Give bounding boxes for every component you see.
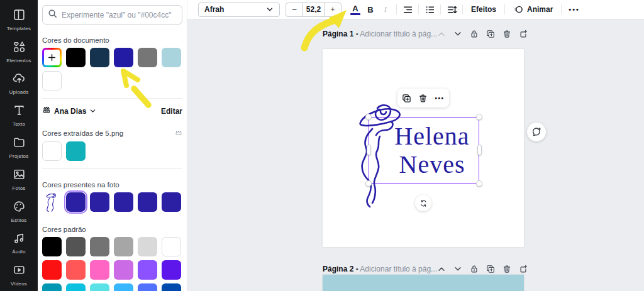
color-swatch[interactable]: [90, 237, 109, 256]
text-align-button[interactable]: [400, 2, 415, 17]
color-swatch[interactable]: [42, 141, 62, 161]
color-swatch[interactable]: [66, 192, 86, 212]
color-swatch[interactable]: [138, 283, 157, 291]
color-swatch[interactable]: [66, 237, 86, 256]
canva-editor: Templates Elementos Uploads Texto Projet…: [0, 0, 644, 291]
color-swatch[interactable]: [162, 237, 181, 256]
color-swatch[interactable]: [42, 237, 62, 256]
delete-element-icon[interactable]: [418, 94, 428, 103]
move-page-down-icon[interactable]: [453, 265, 462, 273]
logo-text[interactable]: Helena Neves: [380, 122, 484, 178]
page1-title[interactable]: Página 1 - Adicionar título à pág...: [323, 30, 437, 38]
color-search[interactable]: [42, 5, 182, 25]
sidebar-item-templates[interactable]: Templates: [0, 4, 38, 36]
page2-title[interactable]: Página 2 - Adicionar título à pág...: [323, 265, 437, 273]
divider: [418, 4, 419, 14]
bullet-list-button[interactable]: [422, 2, 437, 17]
sidebar-item-elementos[interactable]: Elementos: [0, 36, 38, 68]
line-spacing-button[interactable]: [444, 2, 459, 17]
color-swatch[interactable]: [138, 48, 157, 67]
font-size-increase-button[interactable]: +: [325, 3, 341, 16]
color-swatch[interactable]: [66, 141, 86, 161]
lock-icon[interactable]: [470, 265, 479, 273]
font-size-value[interactable]: 52,2: [303, 3, 325, 16]
sidebar-item-projetos[interactable]: Projetos: [0, 131, 38, 163]
color-swatch[interactable]: [114, 192, 133, 212]
lock-icon[interactable]: [470, 30, 479, 38]
move-page-up-icon[interactable]: [437, 265, 446, 273]
sidebar-item-uploads[interactable]: Uploads: [0, 68, 38, 100]
photo-figure-thumbnail[interactable]: [42, 192, 62, 212]
duplicate-page-icon[interactable]: [486, 265, 495, 273]
add-page-icon[interactable]: [519, 30, 528, 38]
folder-icon: [13, 136, 26, 151]
resize-handle-top-right[interactable]: [476, 114, 482, 120]
color-swatch[interactable]: [162, 192, 181, 212]
color-swatch[interactable]: [114, 260, 133, 280]
comment-plus-icon: [531, 127, 541, 137]
animate-button[interactable]: Animar: [508, 4, 558, 14]
sidebar-item-texto[interactable]: Texto: [0, 99, 38, 131]
text-color-button[interactable]: A: [348, 2, 363, 17]
color-swatch[interactable]: [66, 283, 86, 291]
add-color-button[interactable]: [42, 48, 62, 67]
color-swatch[interactable]: [42, 71, 62, 91]
font-family-select[interactable]: Afrah: [198, 3, 280, 17]
color-swatch[interactable]: [66, 260, 86, 280]
move-page-down-icon[interactable]: [453, 30, 462, 38]
sidebar-item-audio[interactable]: Áudio: [0, 227, 38, 259]
color-search-input[interactable]: [62, 11, 177, 19]
page2[interactable]: [323, 275, 524, 291]
resize-handle-right[interactable]: [477, 145, 482, 155]
brand-kit-icon: [42, 106, 51, 117]
color-swatch[interactable]: [114, 48, 133, 67]
delete-page-icon[interactable]: [502, 265, 511, 273]
add-page-icon[interactable]: [519, 265, 528, 273]
color-swatch[interactable]: [114, 237, 133, 256]
add-comment-button[interactable]: [527, 123, 546, 141]
bold-button[interactable]: B: [363, 2, 378, 17]
color-swatch[interactable]: [138, 192, 157, 212]
font-size-decrease-button[interactable]: –: [286, 3, 303, 16]
color-swatch[interactable]: [162, 48, 181, 67]
color-swatch[interactable]: [42, 283, 62, 291]
font-size-stepper: – 52,2 +: [286, 3, 341, 17]
move-page-up-icon[interactable]: [437, 30, 446, 38]
sidebar-item-fotos[interactable]: Fotos: [0, 163, 38, 195]
sidebar-item-estilos[interactable]: Estilos: [0, 195, 38, 228]
font-family-value: Afrah: [204, 5, 224, 14]
color-swatch[interactable]: [162, 283, 181, 291]
rotate-button[interactable]: [415, 195, 431, 211]
resize-handle-left[interactable]: [367, 145, 371, 155]
edit-brand-button[interactable]: Editar: [161, 107, 182, 116]
color-swatch[interactable]: [90, 283, 109, 291]
color-swatch[interactable]: [66, 48, 86, 67]
color-swatch[interactable]: [138, 237, 157, 256]
page2-header: Página 2 - Adicionar título à pág...: [323, 264, 524, 274]
italic-button[interactable]: I: [378, 2, 393, 17]
resize-handle-bottom-right[interactable]: [476, 180, 482, 187]
duplicate-page-icon[interactable]: [486, 30, 495, 38]
design-canvas: Página 1 - Adicionar título à pág... •••: [187, 19, 644, 291]
effects-button[interactable]: Efeitos: [466, 5, 501, 14]
resize-handle-top-left[interactable]: [365, 114, 372, 120]
crown-pro-icon: [175, 129, 182, 138]
sidebar-item-videos[interactable]: Vídeos: [0, 259, 38, 291]
default-colors-row2: [42, 260, 182, 280]
element-more-button[interactable]: •••: [435, 95, 444, 102]
color-swatch[interactable]: [42, 260, 62, 280]
color-swatch[interactable]: [90, 48, 109, 67]
color-swatch[interactable]: [138, 260, 157, 280]
color-swatch[interactable]: [114, 283, 133, 291]
line-spacing-icon: [447, 4, 457, 15]
color-swatch[interactable]: [90, 192, 109, 212]
delete-page-icon[interactable]: [502, 30, 511, 38]
section-title-extracted-colors: Cores extraídas de 5.png: [42, 129, 182, 138]
color-swatch[interactable]: [162, 260, 181, 280]
brand-kit-selector[interactable]: Ana Dias Editar: [42, 106, 182, 117]
more-options-button[interactable]: •••: [569, 6, 580, 13]
color-swatch[interactable]: [90, 260, 109, 280]
divider: [42, 98, 182, 99]
duplicate-element-icon[interactable]: [402, 94, 411, 103]
resize-handle-bottom-left[interactable]: [365, 180, 372, 187]
